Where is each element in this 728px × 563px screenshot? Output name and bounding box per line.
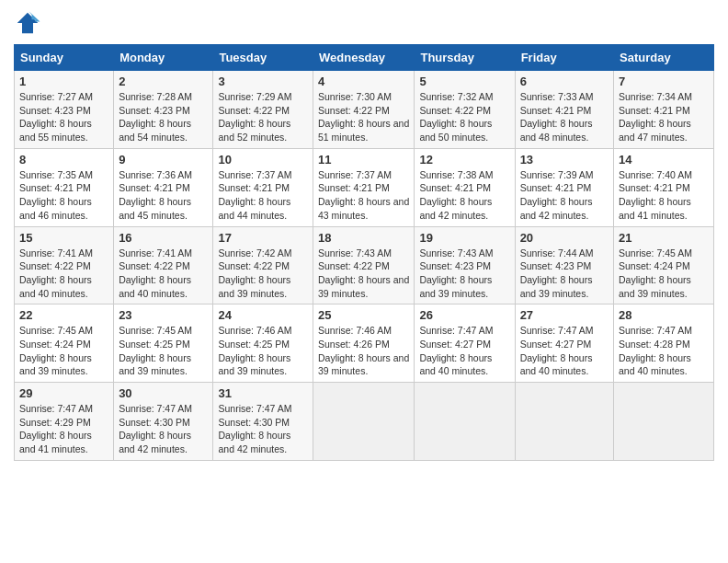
- day-number: 14: [619, 153, 709, 167]
- calendar-cell: 20 Sunrise: 7:44 AM Sunset: 4:23 PM Dayl…: [515, 226, 613, 304]
- sunset-text: Sunset: 4:26 PM: [318, 339, 390, 350]
- daylight-text: Daylight: 8 hours and 41 minutes.: [19, 430, 92, 454]
- calendar-cell: 4 Sunrise: 7:30 AM Sunset: 4:22 PM Dayli…: [313, 71, 415, 149]
- calendar-cell: 6 Sunrise: 7:33 AM Sunset: 4:21 PM Dayli…: [515, 71, 613, 149]
- column-header-monday: Monday: [114, 45, 213, 71]
- sunset-text: Sunset: 4:22 PM: [218, 105, 290, 116]
- day-number: 4: [318, 75, 409, 88]
- calendar-week-row: 8 Sunrise: 7:35 AM Sunset: 4:21 PM Dayli…: [15, 148, 714, 226]
- daylight-text: Daylight: 8 hours and 55 minutes.: [19, 118, 92, 143]
- sunrise-text: Sunrise: 7:41 AM: [19, 247, 93, 259]
- column-header-sunday: Sunday: [15, 45, 114, 71]
- day-number: 7: [619, 75, 709, 88]
- sunset-text: Sunset: 4:23 PM: [119, 105, 190, 116]
- daylight-text: Daylight: 8 hours and 39 minutes.: [520, 274, 593, 299]
- column-header-friday: Friday: [515, 45, 613, 71]
- daylight-text: Daylight: 8 hours and 46 minutes.: [19, 196, 92, 221]
- daylight-text: Daylight: 8 hours and 42 minutes.: [119, 430, 191, 454]
- day-number: 18: [318, 231, 409, 245]
- sunset-text: Sunset: 4:21 PM: [419, 182, 491, 193]
- calendar-cell: 17 Sunrise: 7:42 AM Sunset: 4:22 PM Dayl…: [213, 226, 313, 304]
- calendar-week-row: 15 Sunrise: 7:41 AM Sunset: 4:22 PM Dayl…: [15, 226, 714, 304]
- calendar-header-row: SundayMondayTuesdayWednesdayThursdayFrid…: [15, 45, 714, 71]
- sunset-text: Sunset: 4:21 PM: [520, 105, 592, 116]
- sunrise-text: Sunrise: 7:37 AM: [318, 169, 392, 180]
- calendar-cell: 18 Sunrise: 7:43 AM Sunset: 4:22 PM Dayl…: [313, 226, 415, 304]
- day-number: 12: [419, 153, 509, 167]
- daylight-text: Daylight: 8 hours and 41 minutes.: [619, 196, 691, 221]
- sunset-text: Sunset: 4:22 PM: [318, 260, 390, 271]
- daylight-text: Daylight: 8 hours and 42 minutes.: [419, 196, 492, 221]
- day-number: 17: [218, 231, 308, 245]
- sunrise-text: Sunrise: 7:47 AM: [218, 403, 291, 414]
- calendar-cell: 24 Sunrise: 7:46 AM Sunset: 4:25 PM Dayl…: [213, 304, 313, 383]
- logo: [14, 9, 45, 37]
- daylight-text: Daylight: 8 hours and 40 minutes.: [520, 352, 593, 377]
- day-number: 25: [318, 308, 409, 322]
- sunrise-text: Sunrise: 7:44 AM: [520, 247, 594, 259]
- day-number: 3: [218, 75, 308, 88]
- calendar-cell: 16 Sunrise: 7:41 AM Sunset: 4:22 PM Dayl…: [114, 226, 213, 304]
- day-number: 23: [119, 308, 208, 322]
- day-number: 27: [520, 308, 609, 322]
- daylight-text: Daylight: 8 hours and 48 minutes.: [520, 118, 593, 143]
- page-header: [14, 9, 714, 37]
- calendar-cell: 1 Sunrise: 7:27 AM Sunset: 4:23 PM Dayli…: [15, 71, 114, 149]
- daylight-text: Daylight: 8 hours and 39 minutes.: [119, 352, 191, 377]
- sunset-text: Sunset: 4:24 PM: [619, 260, 690, 271]
- svg-marker-0: [17, 13, 39, 34]
- sunrise-text: Sunrise: 7:46 AM: [218, 325, 291, 336]
- calendar-table: SundayMondayTuesdayWednesdayThursdayFrid…: [14, 44, 714, 461]
- sunrise-text: Sunrise: 7:36 AM: [119, 169, 192, 180]
- sunrise-text: Sunrise: 7:30 AM: [318, 91, 392, 102]
- column-header-saturday: Saturday: [614, 45, 714, 71]
- calendar-cell: 9 Sunrise: 7:36 AM Sunset: 4:21 PM Dayli…: [114, 148, 213, 226]
- daylight-text: Daylight: 8 hours and 40 minutes.: [119, 274, 191, 299]
- sunset-text: Sunset: 4:30 PM: [119, 417, 190, 428]
- calendar-cell: 10 Sunrise: 7:37 AM Sunset: 4:21 PM Dayl…: [213, 148, 313, 226]
- sunset-text: Sunset: 4:21 PM: [218, 182, 290, 193]
- daylight-text: Daylight: 8 hours and 39 minutes.: [318, 352, 409, 377]
- day-number: 21: [619, 231, 709, 245]
- daylight-text: Daylight: 8 hours and 52 minutes.: [218, 118, 290, 143]
- daylight-text: Daylight: 8 hours and 51 minutes.: [318, 118, 409, 143]
- day-number: 9: [119, 153, 208, 167]
- daylight-text: Daylight: 8 hours and 39 minutes.: [318, 274, 409, 299]
- calendar-cell: 26 Sunrise: 7:47 AM Sunset: 4:27 PM Dayl…: [415, 304, 515, 383]
- calendar-cell: 12 Sunrise: 7:38 AM Sunset: 4:21 PM Dayl…: [415, 148, 515, 226]
- calendar-cell: 8 Sunrise: 7:35 AM Sunset: 4:21 PM Dayli…: [15, 148, 114, 226]
- column-header-tuesday: Tuesday: [213, 45, 313, 71]
- day-number: 16: [119, 231, 208, 245]
- sunset-text: Sunset: 4:21 PM: [619, 105, 690, 116]
- sunset-text: Sunset: 4:21 PM: [19, 182, 91, 193]
- sunrise-text: Sunrise: 7:34 AM: [619, 91, 692, 102]
- sunrise-text: Sunrise: 7:38 AM: [419, 169, 493, 180]
- sunset-text: Sunset: 4:23 PM: [520, 260, 592, 271]
- daylight-text: Daylight: 8 hours and 39 minutes.: [218, 274, 290, 299]
- day-number: 31: [218, 386, 308, 400]
- calendar-cell: 11 Sunrise: 7:37 AM Sunset: 4:21 PM Dayl…: [313, 148, 415, 226]
- calendar-cell: 29 Sunrise: 7:47 AM Sunset: 4:29 PM Dayl…: [15, 383, 114, 461]
- daylight-text: Daylight: 8 hours and 40 minutes.: [619, 352, 691, 377]
- calendar-cell: 2 Sunrise: 7:28 AM Sunset: 4:23 PM Dayli…: [114, 71, 213, 149]
- day-number: 11: [318, 153, 409, 167]
- column-header-wednesday: Wednesday: [313, 45, 415, 71]
- day-number: 29: [19, 386, 108, 400]
- day-number: 15: [19, 231, 108, 245]
- sunset-text: Sunset: 4:21 PM: [619, 182, 690, 193]
- daylight-text: Daylight: 8 hours and 42 minutes.: [218, 430, 290, 454]
- sunset-text: Sunset: 4:23 PM: [419, 260, 491, 271]
- sunrise-text: Sunrise: 7:47 AM: [19, 403, 93, 414]
- day-number: 5: [419, 75, 509, 88]
- calendar-cell: 14 Sunrise: 7:40 AM Sunset: 4:21 PM Dayl…: [614, 148, 714, 226]
- sunrise-text: Sunrise: 7:29 AM: [218, 91, 291, 102]
- day-number: 8: [19, 153, 108, 167]
- calendar-cell: [415, 383, 515, 461]
- sunrise-text: Sunrise: 7:41 AM: [119, 247, 192, 259]
- day-number: 13: [520, 153, 609, 167]
- sunset-text: Sunset: 4:28 PM: [619, 339, 690, 350]
- calendar-cell: [313, 383, 415, 461]
- sunrise-text: Sunrise: 7:43 AM: [419, 247, 493, 259]
- daylight-text: Daylight: 8 hours and 40 minutes.: [19, 274, 92, 299]
- sunrise-text: Sunrise: 7:28 AM: [119, 91, 192, 102]
